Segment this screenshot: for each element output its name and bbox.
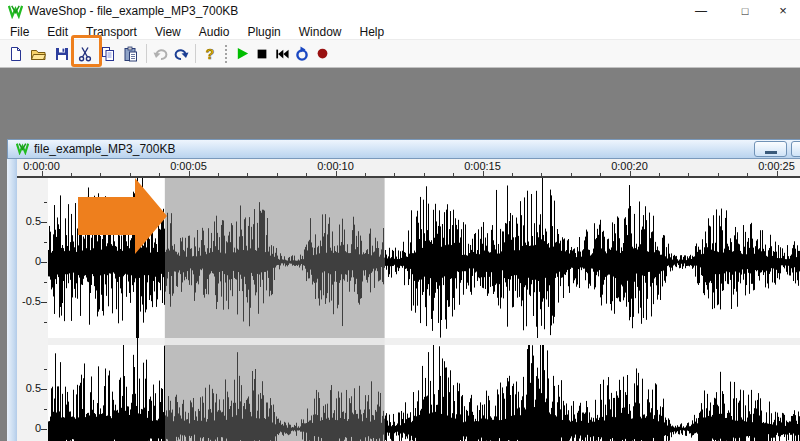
minimize-button[interactable]: — bbox=[684, 0, 718, 22]
ruler-label: 0:00:20 bbox=[611, 160, 648, 172]
ruler-label: 0:00:15 bbox=[464, 160, 501, 172]
close-button[interactable]: × bbox=[766, 0, 800, 22]
amplitude-label: 0.5 bbox=[17, 215, 41, 227]
waveshop-logo-icon bbox=[8, 4, 23, 19]
document-maximize-button[interactable] bbox=[791, 141, 800, 157]
redo-button[interactable] bbox=[171, 42, 191, 66]
document-minimize-button[interactable] bbox=[754, 141, 787, 157]
open-file-icon bbox=[30, 46, 47, 62]
amplitude-tick bbox=[44, 202, 47, 203]
toolbar-gripper bbox=[225, 45, 227, 63]
amplitude-label: -0.5 bbox=[17, 295, 41, 307]
menubar: FileEditTransportViewAudioPluginWindowHe… bbox=[0, 22, 800, 39]
ruler-tick bbox=[394, 173, 395, 176]
ruler-tick bbox=[571, 173, 572, 176]
amplitude-label: 0 bbox=[17, 255, 41, 267]
help-button[interactable]: ? bbox=[200, 42, 220, 66]
ruler-label: 0:00:10 bbox=[317, 160, 354, 172]
open-file-button[interactable] bbox=[27, 42, 50, 66]
record-button[interactable] bbox=[312, 42, 332, 66]
play-icon bbox=[235, 46, 250, 61]
window-title: WaveShop - file_example_MP3_700KB bbox=[28, 0, 238, 22]
ruler-tick bbox=[600, 173, 601, 176]
save-icon bbox=[54, 46, 70, 62]
ruler-tick bbox=[424, 173, 425, 176]
waveshop-app: WaveShop - file_example_MP3_700KB — □ × … bbox=[0, 0, 800, 441]
toolbar-separator bbox=[195, 44, 196, 63]
amplitude-tick bbox=[41, 222, 47, 223]
ruler-label: 0:00:00 bbox=[23, 160, 60, 172]
new-file-button[interactable] bbox=[4, 42, 27, 66]
maximize-button[interactable]: □ bbox=[728, 0, 762, 22]
amplitude-label: 0 bbox=[17, 422, 41, 434]
ruler-tick bbox=[306, 173, 307, 176]
new-file-icon bbox=[8, 46, 24, 62]
amplitude-tick bbox=[44, 322, 47, 323]
toolbar: ? bbox=[0, 39, 800, 68]
save-button[interactable] bbox=[50, 42, 73, 66]
minimize-glyph bbox=[765, 151, 777, 154]
document-left-frame bbox=[7, 159, 17, 441]
paste-icon bbox=[123, 46, 139, 62]
amplitude-tick bbox=[41, 262, 47, 263]
ruler-tick bbox=[541, 173, 542, 176]
arrow-shape bbox=[78, 178, 167, 254]
help-icon: ? bbox=[202, 46, 218, 62]
document-logo-icon bbox=[16, 142, 29, 155]
ruler-tick bbox=[718, 173, 719, 176]
stop-icon bbox=[255, 47, 269, 61]
ruler-tick bbox=[218, 173, 219, 176]
rewind-icon bbox=[274, 47, 290, 61]
ruler-tick bbox=[277, 173, 278, 176]
ruler-tick bbox=[247, 173, 248, 176]
rewind-button[interactable] bbox=[272, 42, 292, 66]
ruler-tick bbox=[71, 173, 72, 176]
loop-icon bbox=[294, 46, 310, 62]
ruler-tick bbox=[659, 173, 660, 176]
ruler-label: 0:00:25 bbox=[758, 160, 795, 172]
paste-button[interactable] bbox=[119, 42, 142, 66]
document-title: file_example_MP3_700KB bbox=[34, 139, 175, 159]
amplitude-label: 0.5 bbox=[17, 382, 41, 394]
cut-tool-highlight bbox=[71, 35, 102, 67]
amplitude-scale: 0.50-0.50.50-0.5 bbox=[17, 178, 48, 441]
amplitude-tick bbox=[41, 429, 47, 430]
redo-icon bbox=[173, 46, 189, 62]
svg-text:?: ? bbox=[206, 46, 215, 62]
ruler-tick bbox=[688, 173, 689, 176]
play-button[interactable] bbox=[232, 42, 252, 66]
stop-button[interactable] bbox=[252, 42, 272, 66]
amplitude-tick bbox=[41, 389, 47, 390]
selection-arrow bbox=[75, 174, 175, 260]
titlebar: WaveShop - file_example_MP3_700KB — □ × bbox=[0, 0, 800, 22]
ruler-tick bbox=[365, 173, 366, 176]
ruler-label: 0:00:05 bbox=[170, 160, 207, 172]
record-icon bbox=[315, 46, 330, 61]
toolbar-separator bbox=[146, 44, 147, 63]
amplitude-tick bbox=[44, 282, 47, 283]
ruler-tick bbox=[512, 173, 513, 176]
undo-icon bbox=[153, 46, 169, 62]
amplitude-tick bbox=[41, 302, 47, 303]
undo-button[interactable] bbox=[151, 42, 171, 66]
ruler-tick bbox=[453, 173, 454, 176]
ruler-tick bbox=[747, 173, 748, 176]
loop-button[interactable] bbox=[292, 42, 312, 66]
amplitude-tick bbox=[44, 242, 47, 243]
amplitude-tick bbox=[44, 409, 47, 410]
amplitude-tick bbox=[44, 369, 47, 370]
